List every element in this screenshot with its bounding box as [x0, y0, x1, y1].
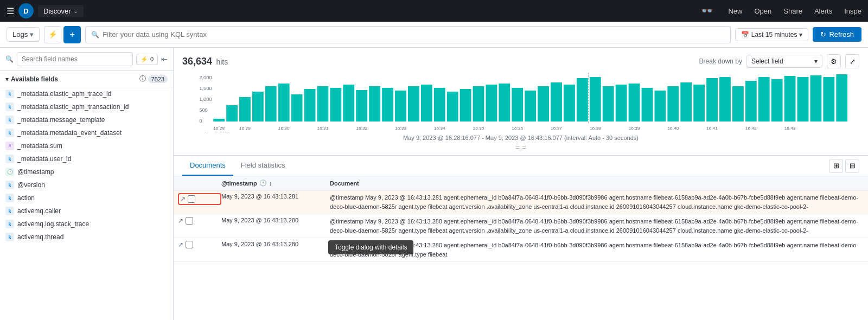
available-fields-label: Available fields	[11, 75, 137, 83]
table-view-button[interactable]: ⊞	[829, 159, 843, 173]
breakdown-label: Break down by	[699, 57, 742, 65]
nav-inspect-button[interactable]: Inspe	[844, 7, 861, 15]
field-name: @timestamp	[17, 168, 168, 176]
kql-input[interactable]	[103, 30, 725, 39]
svg-text:16:31: 16:31	[317, 126, 329, 131]
chart-resize-handle[interactable]: = =	[182, 142, 859, 153]
svg-rect-25	[473, 86, 484, 121]
svg-rect-55	[629, 84, 640, 121]
breakdown-select[interactable]: Select field ▾	[746, 55, 822, 68]
svg-rect-21	[421, 85, 432, 121]
breakdown-chevron-icon: ▾	[814, 57, 818, 65]
svg-rect-54	[616, 85, 627, 121]
field-type-badge-k: k	[5, 220, 14, 228]
tab-field-statistics[interactable]: Field statistics	[233, 156, 293, 176]
svg-rect-14	[330, 88, 341, 121]
svg-text:16:32: 16:32	[356, 126, 367, 131]
list-item[interactable]: k _metadata.elastic_apm_trace_id	[0, 87, 173, 100]
filter-count-button[interactable]: ⚡ 0	[136, 54, 158, 65]
list-item[interactable]: 🕐 @timestamp	[0, 165, 173, 178]
field-name: _metadata.metadata_event_dataset	[17, 129, 168, 137]
nav-open-button[interactable]: Open	[754, 7, 771, 15]
list-item[interactable]: # _metadata.sum	[0, 139, 173, 152]
svg-rect-58	[667, 86, 679, 121]
settings-icon-button[interactable]: ⚙	[827, 54, 841, 68]
chart-area: 36,634 hits Break down by Select field ▾…	[174, 48, 868, 156]
field-type-badge-k: k	[5, 181, 14, 189]
svg-rect-64	[745, 81, 757, 121]
list-item[interactable]: k _metadata.metadata_event_dataset	[0, 126, 173, 139]
list-item[interactable]: k @version	[0, 178, 173, 191]
discover-button[interactable]: Discover ⌄	[38, 5, 84, 17]
field-type-badge-k: k	[5, 103, 14, 111]
list-item[interactable]: k activemq.caller	[0, 204, 173, 217]
row-controls: ↗	[178, 193, 221, 205]
add-filter-button[interactable]: +	[63, 26, 81, 43]
svg-rect-65	[758, 77, 770, 121]
field-name: _metadata.user_id	[17, 155, 168, 163]
svg-rect-8	[252, 92, 264, 121]
filter-icon-button[interactable]: ⚡	[44, 26, 61, 43]
nav-new-button[interactable]: New	[728, 7, 742, 15]
svg-rect-61	[706, 78, 718, 121]
field-type-badge-k: k	[5, 129, 14, 137]
row-view-button[interactable]: ⊟	[845, 159, 859, 173]
svg-rect-28	[512, 88, 523, 121]
row-checkbox[interactable]	[188, 195, 195, 203]
svg-rect-56	[642, 88, 653, 121]
svg-rect-66	[771, 79, 783, 121]
search-field-names-input[interactable]	[17, 52, 133, 66]
table-row: ↗ May 9, 2023 @ 16:43:13.280 @timestamp …	[174, 214, 868, 238]
list-item[interactable]: k _metadata.message_template	[0, 113, 173, 126]
th-document: Document	[330, 180, 864, 187]
table-view-icons: ⊞ ⊟	[829, 159, 859, 173]
sidebar-collapse-button[interactable]: ⇤	[161, 55, 168, 63]
fields-count-badge: 7523	[148, 75, 168, 83]
list-item[interactable]: k activemq.log.stack_trace	[0, 217, 173, 231]
sidebar-search-icon: 🔍	[5, 55, 14, 63]
filter-buttons: ⚡ +	[44, 26, 81, 43]
field-type-badge-k: k	[5, 194, 14, 202]
hits-count: 36,634 hits	[182, 56, 228, 67]
table-row: ↗ May 9, 2023 @ 16:43:13.280 @timestamp …	[174, 238, 868, 262]
table-area: @timestamp 🕐 ↓ Document ↗ May 9, 2023 @ …	[174, 176, 868, 320]
hamburger-icon[interactable]: ☰	[7, 6, 14, 16]
logs-label: Logs	[12, 30, 28, 39]
row-controls: ↗	[178, 217, 221, 225]
date-chevron-icon: ▾	[799, 31, 802, 39]
row-expand-button[interactable]: ↗	[178, 241, 183, 248]
svg-rect-9	[265, 86, 277, 121]
available-fields-header: ▾ Available fields ⓘ 7523	[0, 71, 173, 87]
row-timestamp: May 9, 2023 @ 16:43:13.280	[221, 241, 330, 247]
table-header-row: @timestamp 🕐 ↓ Document	[174, 176, 868, 190]
hits-number: 36,634	[182, 56, 212, 67]
histogram-chart: 2,000 1,500 1,000 500 0	[182, 73, 859, 132]
th-timestamp[interactable]: @timestamp 🕐 ↓	[221, 180, 330, 187]
nav-share-button[interactable]: Share	[783, 7, 802, 15]
row-expand-button[interactable]: ↗	[180, 195, 186, 203]
field-type-badge-k: k	[5, 207, 14, 215]
refresh-button[interactable]: ↻ Refresh	[813, 27, 861, 42]
row-expand-button[interactable]: ↗	[178, 217, 183, 225]
top-navigation: ☰ D Discover ⌄ 👓 New Open Share Alerts I…	[0, 0, 868, 22]
row-checkbox[interactable]	[186, 241, 193, 248]
expand-icon-button[interactable]: ⤢	[845, 54, 859, 68]
search-icon: 🔍	[91, 31, 99, 39]
tab-documents[interactable]: Documents	[182, 156, 233, 176]
nav-alerts-button[interactable]: Alerts	[814, 7, 832, 15]
list-item[interactable]: k action	[0, 191, 173, 204]
glasses-icon[interactable]: 👓	[701, 5, 713, 17]
svg-text:16:40: 16:40	[667, 126, 679, 131]
row-document: @timestamp May 9, 2023 @ 16:43:13.280 ag…	[330, 217, 864, 235]
svg-rect-63	[732, 86, 744, 121]
field-type-badge-k: k	[5, 116, 14, 124]
logs-button[interactable]: Logs ▾	[7, 27, 40, 42]
date-range-picker[interactable]: 📅 Last 15 minutes ▾	[735, 28, 809, 41]
svg-text:16:38: 16:38	[590, 126, 601, 131]
list-item[interactable]: k _metadata.elastic_apm_transaction_id	[0, 100, 173, 113]
filter-count-value: 0	[150, 56, 154, 62]
hits-label: hits	[216, 57, 228, 66]
row-checkbox[interactable]	[186, 217, 193, 225]
list-item[interactable]: k _metadata.user_id	[0, 152, 173, 165]
list-item[interactable]: k activemq.thread	[0, 231, 173, 244]
